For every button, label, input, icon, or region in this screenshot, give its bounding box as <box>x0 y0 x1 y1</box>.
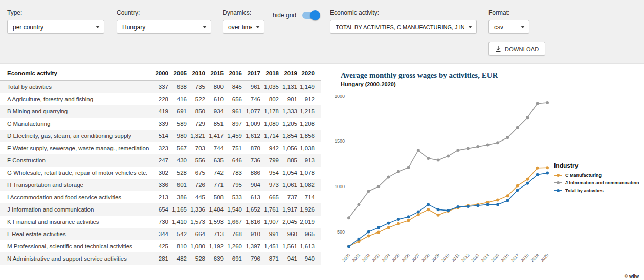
column-header-year: 2016 <box>225 64 243 81</box>
value-cell: 870 <box>243 142 261 154</box>
value-cell: 1,131 <box>280 81 298 94</box>
svg-text:2002: 2002 <box>361 253 371 263</box>
value-cell: 533 <box>225 191 243 203</box>
value-cell: 897 <box>225 118 243 130</box>
value-cell: 691 <box>225 252 243 265</box>
value-cell: 736 <box>243 154 261 167</box>
value-cell: 482 <box>169 252 188 265</box>
svg-text:2008: 2008 <box>421 253 431 263</box>
value-cell: 744 <box>206 142 225 154</box>
economic-activity-dropdown[interactable]: TOTAL BY ACTIVITIES, C MANUFACTURING, J … <box>330 20 477 34</box>
toggle-thumb <box>310 10 320 20</box>
value-cell: 247 <box>151 154 169 167</box>
activity-cell: B Mining and quarrying <box>0 105 151 118</box>
value-cell: 799 <box>261 154 280 167</box>
activity-cell: N Administrative and support service act… <box>0 252 151 265</box>
value-cell: 746 <box>243 93 261 105</box>
value-cell: 1,907 <box>261 216 280 228</box>
value-cell: 337 <box>151 81 169 94</box>
value-cell: 965 <box>298 228 321 240</box>
value-cell: 1,410 <box>169 216 188 228</box>
dynamics-dropdown-value: over time <box>228 24 252 31</box>
value-cell: 1,333 <box>280 105 298 118</box>
table-row: N Administrative and support service act… <box>0 252 321 265</box>
value-cell: 1,009 <box>243 118 261 130</box>
svg-text:2005: 2005 <box>391 253 401 263</box>
filter-type-label: Type: <box>7 9 104 16</box>
filter-dynamics: Dynamics: over time <box>223 9 264 34</box>
value-cell: 737 <box>280 191 298 203</box>
format-dropdown[interactable]: csv <box>488 20 529 34</box>
value-cell: 1,459 <box>225 130 243 142</box>
chart-legend: Industry C ManufacturingJ Information an… <box>554 162 644 196</box>
svg-text:2014: 2014 <box>480 253 490 263</box>
download-button[interactable]: DOWNLOAD <box>488 42 545 56</box>
value-cell: 850 <box>188 105 206 118</box>
value-cell: 601 <box>169 179 188 191</box>
svg-text:2013: 2013 <box>471 253 480 263</box>
dynamics-dropdown[interactable]: over time <box>223 20 264 34</box>
country-dropdown[interactable]: Hungary <box>117 20 211 34</box>
value-cell: 656 <box>225 93 243 105</box>
value-cell: 344 <box>151 228 169 240</box>
legend-label: C Manufacturing <box>565 173 602 178</box>
value-cell: 430 <box>169 154 188 167</box>
value-cell: 713 <box>206 228 225 240</box>
economic-activity-dropdown-value: TOTAL BY ACTIVITIES, C MANUFACTURING, J … <box>336 24 464 30</box>
value-cell: 514 <box>151 130 169 142</box>
value-cell: 567 <box>169 142 188 154</box>
value-cell: 281 <box>151 252 169 265</box>
legend-item[interactable]: C Manufacturing <box>554 173 644 178</box>
value-cell: 1,215 <box>298 105 321 118</box>
activity-cell: D Electricity, gas, steam, air condition… <box>0 130 151 142</box>
value-cell: 1,321 <box>188 130 206 142</box>
table-body: Total by activities3376387358008459611,0… <box>0 81 321 265</box>
table-row: K Financial and insurance activities7301… <box>0 216 321 228</box>
activity-cell: I Accommodation and food service activit… <box>0 191 151 203</box>
value-cell: 1,917 <box>280 203 298 216</box>
table-row: L Real estate activities3445426647137689… <box>0 228 321 240</box>
value-cell: 1,816 <box>243 216 261 228</box>
value-cell: 639 <box>206 252 225 265</box>
legend-item[interactable]: Total by activities <box>554 188 644 193</box>
chart-title: Average monthly gross wages by activitie… <box>341 71 498 80</box>
value-cell: 885 <box>280 154 298 167</box>
activity-cell: Total by activities <box>0 81 151 94</box>
value-cell: 654 <box>151 203 169 216</box>
filter-economic-activity: Economic activity: TOTAL BY ACTIVITIES, … <box>330 9 477 34</box>
value-cell: 1,540 <box>225 203 243 216</box>
value-cell: 795 <box>225 179 243 191</box>
svg-text:2010: 2010 <box>440 253 450 263</box>
hide-grid-toggle[interactable] <box>302 10 320 20</box>
filter-economic-activity-label: Economic activity: <box>330 9 477 16</box>
value-cell: 742 <box>206 167 225 179</box>
type-dropdown[interactable]: per country <box>7 20 104 34</box>
value-cell: 871 <box>261 252 280 265</box>
value-cell: 1,178 <box>261 105 280 118</box>
value-cell: 691 <box>169 105 188 118</box>
svg-text:2016: 2016 <box>500 253 510 263</box>
svg-text:1500: 1500 <box>335 138 345 144</box>
value-cell: 1,260 <box>225 240 243 252</box>
legend-item[interactable]: J Information and communication <box>554 180 644 185</box>
value-cell: 714 <box>298 191 321 203</box>
svg-text:2003: 2003 <box>371 253 381 263</box>
value-cell: 1,856 <box>298 130 321 142</box>
value-cell: 613 <box>243 191 261 203</box>
value-cell: 1,165 <box>169 203 188 216</box>
value-cell: 941 <box>280 252 298 265</box>
value-cell: 940 <box>298 252 321 265</box>
column-header-activity: Economic activity <box>0 64 151 81</box>
wages-line-chart[interactable]: 5001000150020002000200120022003200420052… <box>324 85 556 279</box>
table-row: J Information and communication6541,1651… <box>0 203 321 216</box>
filter-country-label: Country: <box>117 9 211 16</box>
value-cell: 528 <box>188 252 206 265</box>
column-header-year: 2018 <box>261 64 280 81</box>
value-cell: 1,573 <box>188 216 206 228</box>
value-cell: 768 <box>225 228 243 240</box>
value-cell: 508 <box>206 191 225 203</box>
format-dropdown-value: csv <box>494 24 517 31</box>
value-cell: 1,561 <box>280 240 298 252</box>
hide-grid-control: hide grid <box>273 10 320 20</box>
value-cell: 302 <box>151 167 169 179</box>
